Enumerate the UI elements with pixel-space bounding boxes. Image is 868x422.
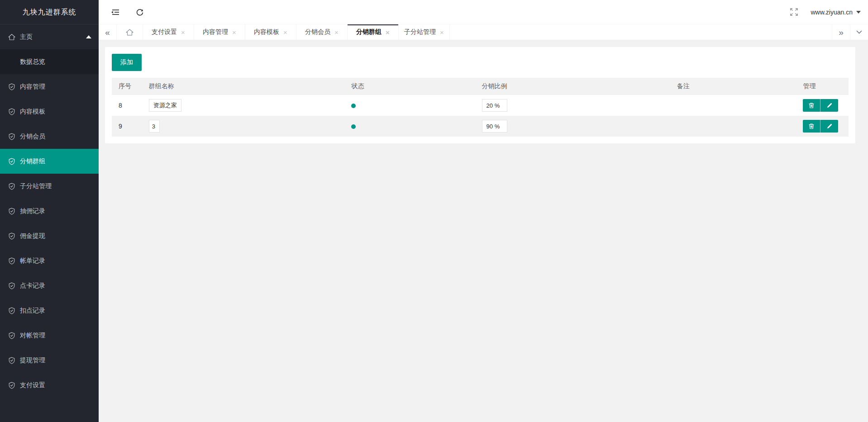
tabs-scroll-right-button[interactable]: » — [832, 24, 850, 40]
tab-content-manage[interactable]: 内容管理 × — [194, 24, 245, 40]
sidebar-item-content-manage[interactable]: 内容管理 — [0, 74, 99, 99]
delete-button[interactable] — [803, 99, 820, 112]
col-header-index: 序号 — [112, 78, 142, 95]
tabs-scroll-left-button[interactable]: « — [99, 24, 117, 40]
row-index: 8 — [112, 95, 142, 116]
chevron-down-icon — [856, 11, 861, 14]
group-name-input[interactable] — [149, 99, 181, 112]
status-dot — [351, 124, 356, 129]
trash-icon — [808, 102, 815, 109]
shield-check-icon — [8, 307, 15, 314]
sidebar-item-label: 子分站管理 — [20, 182, 52, 190]
site-domain: www.ziyuan.cn — [811, 9, 853, 16]
tab-content-template[interactable]: 内容模板 × — [245, 24, 296, 40]
edit-button[interactable] — [820, 99, 838, 112]
refresh-icon[interactable] — [136, 8, 144, 16]
col-header-remark: 备注 — [670, 78, 796, 95]
shield-check-icon — [8, 382, 15, 389]
shield-check-icon — [8, 158, 15, 165]
sidebar-item-dist-group[interactable]: 分销群组 — [0, 149, 99, 174]
ratio-input[interactable] — [482, 120, 507, 133]
add-button[interactable]: 添加 — [112, 54, 142, 71]
tab-dist-group[interactable]: 分销群组 × — [348, 24, 399, 40]
sidebar-item-label: 内容管理 — [20, 83, 45, 91]
shield-check-icon — [8, 332, 15, 339]
sidebar-item-label: 扣点记录 — [20, 307, 45, 315]
sidebar-item-substation[interactable]: 子分站管理 — [0, 174, 99, 199]
table-row: 9 — [112, 116, 849, 137]
shield-check-icon — [8, 282, 15, 289]
collapse-sidebar-icon[interactable] — [110, 9, 119, 16]
shield-check-icon — [8, 83, 15, 90]
edit-button[interactable] — [820, 120, 838, 133]
group-list-card: 添加 序号 群组名称 状态 分销比例 备注 管理 — [105, 47, 855, 143]
chevron-down-icon — [856, 30, 862, 34]
sidebar-item-label: 帐单记录 — [20, 257, 45, 265]
close-icon[interactable]: × — [440, 28, 444, 36]
close-icon[interactable]: × — [283, 28, 287, 36]
content-area: 添加 序号 群组名称 状态 分销比例 备注 管理 — [99, 40, 868, 422]
close-icon[interactable]: × — [181, 28, 185, 36]
close-icon[interactable]: × — [334, 28, 339, 36]
sidebar-item-label: 抽佣记录 — [20, 207, 45, 215]
sidebar-item-commission-withdraw[interactable]: 佣金提现 — [0, 223, 99, 248]
group-table: 序号 群组名称 状态 分销比例 备注 管理 8 — [112, 78, 849, 137]
sidebar-item-commission-record[interactable]: 抽佣记录 — [0, 199, 99, 223]
shield-check-icon — [8, 183, 15, 190]
tab-dist-member[interactable]: 分销会员 × — [296, 24, 348, 40]
shield-check-icon — [8, 208, 15, 215]
sidebar-item-label: 提现管理 — [20, 356, 45, 365]
tab-bar: « 支付设置 × 内容管理 × 内容模板 × 分销会员 × 分销群组 × 子分站… — [99, 24, 868, 40]
sidebar-item-deduct-record[interactable]: 扣点记录 — [0, 298, 99, 323]
sidebar-item-label: 支付设置 — [20, 381, 45, 389]
sidebar-item-card-record[interactable]: 点卡记录 — [0, 273, 99, 298]
tab-label: 分销会员 — [305, 28, 330, 36]
table-header-row: 序号 群组名称 状态 分销比例 备注 管理 — [112, 78, 849, 95]
status-dot — [351, 104, 356, 108]
sidebar-nav: 主页 数据总览 内容管理 内容模板 分销会员 分销群组 子分站管理 抽佣记录 — [0, 24, 99, 398]
site-selector[interactable]: www.ziyuan.cn — [811, 9, 861, 16]
sidebar-item-bill-record[interactable]: 帐单记录 — [0, 248, 99, 273]
row-index: 9 — [112, 116, 142, 137]
col-header-name: 群组名称 — [142, 78, 345, 95]
home-icon — [8, 33, 15, 41]
tab-home[interactable] — [117, 24, 143, 40]
sidebar-item-reconciliation[interactable]: 对帐管理 — [0, 323, 99, 348]
ratio-input[interactable] — [482, 99, 507, 112]
pencil-icon — [826, 123, 833, 129]
sidebar-item-label: 主页 — [20, 33, 33, 41]
group-name-input[interactable] — [149, 120, 160, 133]
sidebar-item-dist-member[interactable]: 分销会员 — [0, 124, 99, 149]
shield-check-icon — [8, 133, 15, 140]
sidebar-item-content-template[interactable]: 内容模板 — [0, 99, 99, 124]
app-title: 九块九进群系统 — [0, 0, 99, 24]
delete-button[interactable] — [803, 120, 820, 133]
remark-cell — [670, 116, 796, 137]
sidebar-item-home[interactable]: 主页 — [0, 24, 99, 49]
sidebar-item-overview[interactable]: 数据总览 — [0, 49, 99, 74]
top-header: www.ziyuan.cn — [99, 0, 868, 24]
tab-pay-setting[interactable]: 支付设置 × — [143, 24, 194, 40]
home-icon — [126, 28, 134, 36]
tab-label: 支付设置 — [152, 28, 177, 36]
fullscreen-icon[interactable] — [790, 8, 798, 16]
chevron-up-icon — [86, 35, 91, 38]
shield-check-icon — [8, 357, 15, 364]
col-header-ratio: 分销比例 — [475, 78, 670, 95]
sidebar-item-withdraw-manage[interactable]: 提现管理 — [0, 348, 99, 373]
shield-check-icon — [8, 257, 15, 265]
tabs-more-button[interactable] — [850, 24, 868, 40]
remark-cell — [670, 95, 796, 116]
close-icon[interactable]: × — [232, 28, 236, 36]
sidebar-item-label: 佣金提现 — [20, 232, 45, 240]
sidebar-item-label: 分销会员 — [20, 133, 45, 141]
tab-label: 子分站管理 — [404, 28, 436, 36]
shield-check-icon — [8, 232, 15, 240]
col-header-status: 状态 — [344, 78, 475, 95]
tab-label: 内容模板 — [254, 28, 279, 36]
close-icon[interactable]: × — [386, 28, 390, 36]
sidebar-item-pay-setting[interactable]: 支付设置 — [0, 373, 99, 398]
shield-check-icon — [8, 108, 15, 115]
tab-substation[interactable]: 子分站管理 × — [399, 24, 450, 40]
col-header-manage: 管理 — [796, 78, 849, 95]
